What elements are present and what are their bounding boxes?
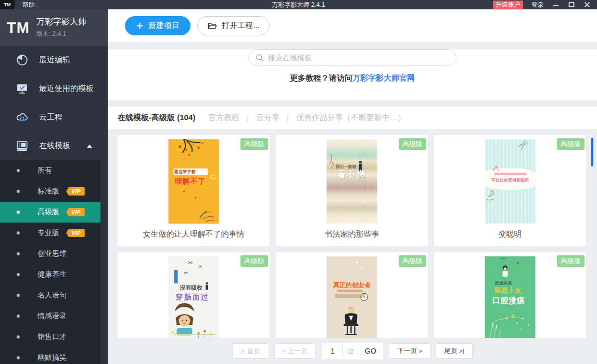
next-page-label: 下一页 [397,346,417,356]
minimize-button[interactable] [552,1,560,8]
lightbulb-icon: ? [210,174,216,180]
sidebar-header: TM 万彩字影大师 版本: 2.4.1 [0,9,108,46]
help-menu[interactable]: 帮助 [15,0,43,9]
maximize-icon [568,2,575,7]
tutorial-text: 更多教程？请访问 [290,73,352,82]
sidebar-item-cloud-projects[interactable]: 云工程 [0,103,108,132]
sidebar-item-humor[interactable]: 幽默搞笑 [0,347,100,364]
bullet-icon [17,190,20,193]
page-total-label: /2 [342,347,359,355]
app-version: 版本: 2.4.1 [36,30,86,38]
tab-online-templates-advanced[interactable]: 在线模板-高级版 (104) [118,113,195,123]
thumbnail-text: 理解不了 [169,177,212,186]
thumbnail-text: 口腔溃疡 [492,296,526,306]
tab-featured-works[interactable]: 优秀作品分享（不断更新中…） [296,113,405,123]
bullet-icon [17,169,20,172]
last-page-label: 尾页 [444,346,458,356]
maximize-button[interactable] [568,1,575,8]
sidebar-item-health[interactable]: 健康养生 [0,264,100,285]
sidebar-item-startup-thinking[interactable]: 创业思维 [0,243,100,264]
sidebar-item-famous-quotes[interactable]: 名人语句 [0,285,100,306]
next-page-icon: > [419,348,422,354]
template-icon [16,139,29,152]
close-icon [584,2,590,7]
sidebar-item-label: 在线模板 [39,141,70,151]
tab-separator: | [247,113,249,122]
vertical-scrollbar-thumb[interactable] [591,138,593,166]
upgrade-account-button[interactable]: 升级账户 [493,1,523,9]
vip-badge: VIP [66,208,85,216]
template-grid: 这辈子都 理解不了 ? 高级版 女生做的让人理解不了的事情 [118,135,586,340]
tutorial-line: 更多教程？请访问万彩字影大师官网 [108,73,597,83]
sidebar-item-label: 高级版 [37,207,59,217]
sidebar-item-all[interactable]: 所有 [0,160,100,181]
app-icon[interactable]: TM [0,0,15,9]
search-input[interactable] [268,54,456,62]
edition-badge: 高级版 [557,138,585,150]
tab-official-tutorials[interactable]: 官方教程 [208,113,239,123]
chevron-up-icon [87,145,92,148]
login-button[interactable]: 登录 [531,1,544,9]
search-icon [256,54,264,62]
last-page-button[interactable]: 尾页 >| [436,343,472,359]
template-card[interactable]: ? 我们一般都 看不懂 高级版 书法家的那些事 [276,135,428,246]
sidebar: TM 万彩字影大师 版本: 2.4.1 最近编辑 最近使用的模板 [0,9,108,364]
sidebar-item-emotional-quotes[interactable]: 情感语录 [0,306,100,327]
sidebar-item-professional[interactable]: 专业版 VIP [0,223,100,243]
titlebar-actions: 升级账户 登录 [493,1,597,9]
edition-badge: 高级版 [557,255,585,267]
template-thumbnail: 真正的创业者 [327,256,377,340]
next-page-button[interactable]: 下一页 > [389,343,430,359]
template-card[interactable]: 没有吸收 穿肠而过 高级版 [118,252,270,340]
pagination-bar: |< 首页 < 上一页 /2 GO 下一页 > 尾页 [108,338,597,364]
svg-text:?: ? [359,157,361,160]
sidebar-item-advanced[interactable]: 高级版 VIP [0,202,100,223]
app-name: 万彩字影大师 [36,17,86,28]
open-project-label: 打开工程... [222,21,260,31]
official-site-link[interactable]: 万彩字影大师官网 [352,73,415,82]
sidebar-item-recent-templates[interactable]: 最近使用的模板 [0,74,108,103]
sidebar-item-standard[interactable]: 标准版 VIP [0,181,100,202]
sidebar-item-sales-skills[interactable]: 销售口才 [0,327,100,347]
template-card[interactable]: 阴虚体质 容易上火 口腔溃疡 高级版 [434,252,586,340]
edition-badge: 高级版 [240,255,268,267]
prev-page-button[interactable]: < 上一页 [274,343,316,359]
building-icon [175,170,178,174]
sidebar-item-label: 健康养生 [37,270,67,279]
close-button[interactable] [583,1,591,8]
tab-cloud-share[interactable]: 云分享 [256,113,280,123]
sitting-businessman-decoration [327,256,377,340]
bullet-icon [17,294,20,297]
template-title: 女生做的让人理解不了的事情 [118,229,270,239]
thumbnail-text-line [335,294,365,298]
minimize-icon [553,2,559,7]
template-card[interactable]: 这辈子都 理解不了 ? 高级版 女生做的让人理解不了的事情 [118,135,270,246]
plus-icon [136,22,144,30]
bullet-icon [17,231,20,235]
first-page-button[interactable]: |< 首页 [232,343,269,359]
new-project-button[interactable]: 新建项目 [125,16,190,35]
cloud-icon [16,111,29,124]
page-number-input[interactable] [323,344,342,358]
first-page-label: 首页 [247,346,261,356]
sidebar-item-recent-edits[interactable]: 最近编辑 [0,46,108,74]
bullet-icon [17,335,20,339]
template-card[interactable]: 可以让你变得更聪明 高级版 变聪明 [434,135,586,246]
thumbnail-text: 穿肠而过 [176,293,209,302]
search-box[interactable] [248,49,456,66]
template-thumbnail: ? 我们一般都 看不懂 [327,139,377,224]
bullet-icon [17,211,20,214]
sidebar-item-label: 云工程 [39,112,62,122]
open-project-button[interactable]: 打开工程... [197,16,270,35]
vip-badge: VIP [66,187,85,196]
sidebar-item-label: 最近编辑 [39,55,70,65]
app-logo: TM [7,19,30,36]
template-card[interactable]: 真正的创业者 高级版 [276,252,428,340]
standing-figure-decoration: ? [327,139,377,224]
sidebar-item-label: 专业版 [37,228,59,238]
sidebar-item-online-templates[interactable]: 在线模板 [0,132,108,160]
go-button[interactable]: GO [359,344,382,358]
prev-page-label: 上一页 [287,346,308,356]
thumbnail-tag: 这辈子都 [174,168,208,175]
template-thumbnail: 这辈子都 理解不了 ? [169,139,219,224]
